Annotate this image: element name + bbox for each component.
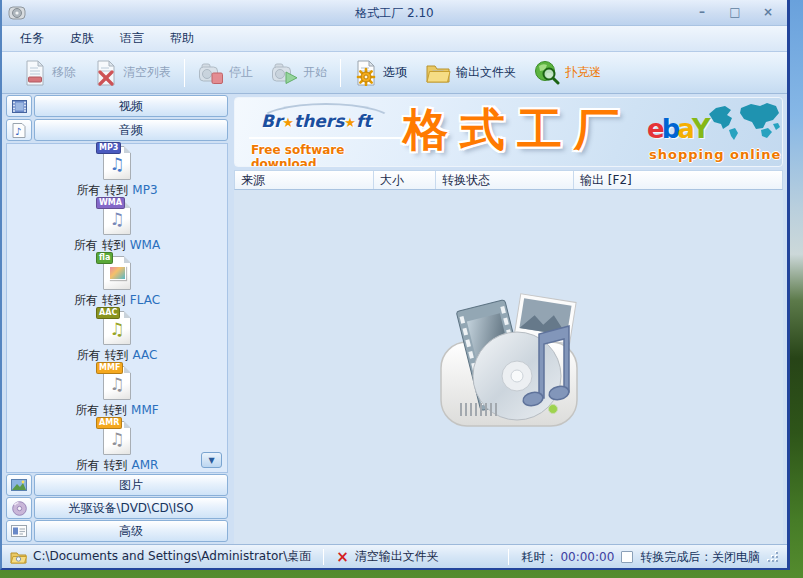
picture-section-label: 图片 — [34, 474, 228, 496]
mmf-file-icon: MMF ♫ — [103, 366, 131, 400]
star-icon: ★ — [282, 115, 294, 130]
task-list-area[interactable] — [234, 190, 783, 544]
sidebar-section-audio[interactable]: ♪ 音频 — [6, 119, 228, 142]
banner-app-title: 格式工厂 — [403, 100, 631, 160]
output-folder-icon — [425, 62, 451, 84]
format-factory-window: 格式工厂 2.10 – □ × 任务 皮肤 语言 帮助 移 — [0, 0, 790, 570]
remove-button[interactable]: 移除 — [14, 57, 85, 89]
options-gear-icon — [354, 60, 378, 86]
sidebar-section-video[interactable]: 视频 — [6, 95, 228, 118]
sidebar-section-rom[interactable]: 光驱设备\DVD\CD\ISO — [6, 497, 228, 520]
column-size[interactable]: 大小 — [374, 171, 436, 189]
start-button[interactable]: 开始 — [262, 58, 336, 88]
aac-file-icon: AAC ♫ — [103, 311, 131, 345]
maximize-button[interactable]: □ — [726, 4, 744, 20]
column-source[interactable]: 来源 — [235, 171, 374, 189]
shutdown-after-checkbox[interactable] — [621, 551, 633, 563]
video-section-label: 视频 — [34, 95, 228, 117]
star-icon: ★ — [344, 115, 356, 130]
menu-skin[interactable]: 皮肤 — [70, 30, 94, 47]
close-button[interactable]: × — [759, 4, 777, 20]
poker-link-button[interactable]: 扑克迷 — [525, 57, 610, 89]
elapsed-time-value: 00:00:00 — [560, 550, 614, 564]
desktop: 格式工厂 2.10 – □ × 任务 皮肤 语言 帮助 移 — [0, 0, 803, 578]
audio-icon: ♪ — [6, 119, 32, 141]
stop-button[interactable]: 停止 — [189, 58, 262, 88]
advanced-icon — [6, 520, 32, 542]
sidebar-section-picture[interactable]: 图片 — [6, 474, 228, 497]
photo-thumbnail-icon — [109, 266, 126, 280]
options-button[interactable]: 选项 — [345, 57, 416, 89]
divider — [249, 137, 409, 139]
sidebar-section-advanced[interactable]: 高级 — [6, 520, 228, 543]
statusbar-separator — [323, 549, 324, 565]
svg-text:♪: ♪ — [15, 125, 21, 136]
title-bar[interactable]: 格式工厂 2.10 – □ × — [2, 0, 787, 26]
column-status[interactable]: 转换状态 — [436, 171, 574, 189]
mp3-file-icon: MP3 ♫ — [103, 146, 131, 180]
audio-presets-panel: MP3 ♫ 所有 转到MP3 WMA ♫ 所有 转到WMA — [6, 143, 228, 473]
task-table-header: 来源 大小 转换状态 输出 [F2] — [234, 170, 783, 190]
main-area: Br★thers★ft Free software download 格式工厂 … — [230, 94, 787, 544]
output-path[interactable]: C:\Documents and Settings\Administrator\… — [33, 548, 311, 565]
chevron-down-icon: ▼ — [208, 456, 214, 465]
brothersoft-tagline: Free software download — [251, 143, 411, 167]
start-icon — [271, 61, 298, 85]
menu-help[interactable]: 帮助 — [170, 30, 194, 47]
wma-file-icon: WMA ♫ — [103, 201, 131, 235]
statusbar-separator — [508, 549, 509, 565]
brothersoft-logo: Br★thers★ft — [261, 111, 371, 131]
sidebar: 视频 ♪ 音频 MP3 ♫ — [4, 94, 230, 544]
ebay-letter: b — [662, 114, 678, 144]
brothersoft-link[interactable]: Br★thers★ft Free software download — [249, 102, 411, 164]
resize-grip[interactable] — [767, 551, 779, 563]
amr-file-icon: AMR ♫ — [103, 421, 131, 455]
audio-section-label: 音频 — [34, 119, 228, 141]
remove-document-icon — [23, 60, 47, 86]
advanced-section-label: 高级 — [34, 520, 228, 542]
shopping-online-text: shopping online — [649, 147, 781, 162]
elapsed-label: 耗时 : — [522, 549, 554, 566]
clear-list-document-icon — [94, 60, 118, 86]
clear-output-folder-button[interactable]: 清空输出文件夹 — [355, 548, 439, 565]
scroll-down-button[interactable]: ▼ — [201, 452, 222, 468]
preset-all-to-mp3[interactable]: MP3 ♫ 所有 转到MP3 — [7, 144, 227, 199]
preset-all-to-amr[interactable]: AMR ♫ 所有 转到AMR — [7, 419, 227, 474]
preset-all-to-flac[interactable]: fla ♫ 所有 转到FLAC — [7, 254, 227, 309]
globe-search-icon — [534, 60, 560, 86]
ebay-letter: e — [647, 114, 662, 144]
picture-icon — [6, 474, 32, 496]
preset-all-to-mmf[interactable]: MMF ♫ 所有 转到MMF — [7, 364, 227, 419]
stop-icon — [198, 61, 224, 85]
shutdown-after-label[interactable]: 转换完成后 : 关闭电脑 — [640, 549, 760, 566]
menu-bar: 任务 皮肤 语言 帮助 — [2, 26, 787, 52]
clear-list-button[interactable]: 清空列表 — [85, 57, 180, 89]
format-factory-watermark — [421, 282, 596, 432]
preset-all-to-aac[interactable]: AAC ♫ 所有 转到AAC — [7, 309, 227, 364]
status-bar: C:\Documents and Settings\Administrator\… — [2, 544, 787, 568]
cd-icon — [6, 497, 32, 519]
preset-all-to-wma[interactable]: WMA ♫ 所有 转到WMA — [7, 199, 227, 254]
window-title: 格式工厂 2.10 — [2, 5, 787, 22]
ebay-letter: a — [677, 114, 692, 144]
output-path-folder-icon[interactable] — [10, 550, 27, 564]
minimize-button[interactable]: – — [693, 4, 711, 20]
rom-section-label: 光驱设备\DVD\CD\ISO — [34, 497, 228, 519]
toolbar-separator — [184, 59, 185, 87]
output-folder-button[interactable]: 输出文件夹 — [416, 59, 525, 87]
ebay-link[interactable]: ebaY — [647, 114, 708, 144]
flac-file-icon: fla ♫ — [103, 256, 131, 290]
ad-banner: Br★thers★ft Free software download 格式工厂 … — [234, 97, 783, 167]
menu-tasks[interactable]: 任务 — [20, 30, 44, 47]
menu-language[interactable]: 语言 — [120, 30, 144, 47]
clear-output-x-icon: × — [336, 550, 349, 564]
toolbar-separator — [340, 59, 341, 87]
toolbar: 移除 清空列表 — [2, 52, 787, 94]
column-output[interactable]: 输出 [F2] — [574, 171, 782, 189]
world-map-icon — [705, 100, 781, 146]
video-icon — [6, 95, 32, 117]
